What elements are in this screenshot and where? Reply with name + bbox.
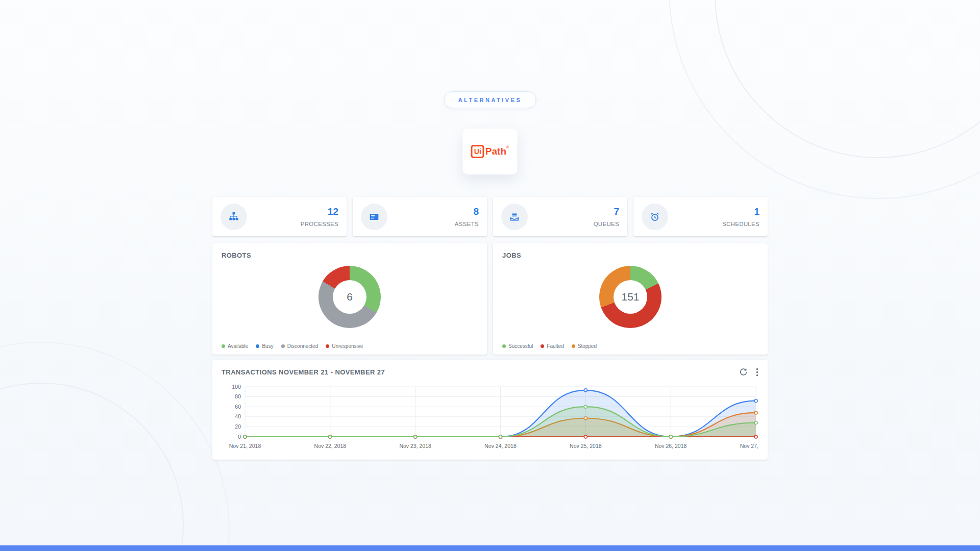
transactions-panel: TRANSACTIONS NOVEMBER 21 - NOVEMBER 27 — [212, 360, 768, 460]
stat-value: 12 — [301, 206, 338, 217]
stat-text: 8 ASSETS — [455, 206, 479, 227]
legend-dot — [541, 344, 544, 348]
stat-value: 8 — [455, 206, 479, 217]
transactions-chart-wrap: 020406080100Nov 21, 2018Nov 22, 2018Nov … — [222, 381, 758, 457]
robots-panel-title: ROBOTS — [222, 252, 478, 259]
stat-label: QUEUES — [594, 221, 619, 227]
legend-label: Faulted — [547, 343, 564, 349]
robots-legend: AvailableBusyDisconnectedUnresponsive — [222, 343, 363, 349]
legend-item-unresponsive[interactable]: Unresponsive — [326, 343, 363, 349]
legend-item-successful[interactable]: Successful — [502, 343, 533, 349]
decorative-ring — [669, 0, 980, 199]
stat-icon-circle — [501, 204, 528, 230]
stat-card-schedules[interactable]: 1 SCHEDULES — [633, 197, 768, 236]
svg-text:Nov 26, 2018: Nov 26, 2018 — [655, 443, 687, 449]
transactions-line-chart: 020406080100Nov 21, 2018Nov 22, 2018Nov … — [222, 381, 758, 455]
legend-item-busy[interactable]: Busy — [256, 343, 273, 349]
robots-donut-hole: 6 — [333, 280, 366, 314]
jobs-panel: JOBS 151 SuccessfulFaultedStopped — [493, 243, 768, 355]
stat-text: 7 QUEUES — [594, 206, 619, 227]
uipath-ui-box: Ui — [471, 145, 484, 158]
legend-label: Available — [228, 343, 248, 349]
bottom-accent-bar — [0, 545, 980, 551]
legend-label: Disconnected — [287, 343, 318, 349]
stat-card-queues[interactable]: 7 QUEUES — [493, 197, 627, 236]
alternatives-badge-label: ALTERNATIVES — [458, 97, 522, 103]
alarm-clock-icon — [650, 212, 660, 222]
stat-label: SCHEDULES — [722, 221, 760, 227]
stat-icon-circle — [642, 204, 668, 230]
legend-item-available[interactable]: Available — [222, 343, 248, 349]
svg-text:100: 100 — [232, 384, 241, 390]
transactions-header: TRANSACTIONS NOVEMBER 21 - NOVEMBER 27 — [222, 360, 758, 377]
stat-value: 7 — [594, 206, 619, 217]
svg-text:Nov 21, 2018: Nov 21, 2018 — [229, 443, 261, 449]
stat-text: 1 SCHEDULES — [722, 206, 760, 227]
svg-text:Nov 24, 2018: Nov 24, 2018 — [484, 443, 517, 449]
legend-dot — [222, 344, 225, 348]
stat-label: ASSETS — [455, 221, 479, 227]
legend-dot — [326, 344, 329, 348]
legend-item-disconnected[interactable]: Disconnected — [281, 343, 318, 349]
svg-text:Nov 23, 2018: Nov 23, 2018 — [399, 443, 431, 449]
stat-text: 12 PROCESSES — [301, 206, 338, 227]
robots-donut-chart[interactable]: 6 — [318, 266, 381, 328]
jobs-donut-chart[interactable]: 151 — [599, 266, 662, 328]
svg-text:80: 80 — [235, 393, 241, 399]
jobs-legend: SuccessfulFaultedStopped — [502, 343, 597, 349]
transactions-title: TRANSACTIONS NOVEMBER 21 - NOVEMBER 27 — [222, 368, 385, 376]
jobs-panel-title: JOBS — [502, 252, 758, 259]
dashboard-page: ALTERNATIVES Ui Path ® — [0, 0, 980, 551]
sitemap-icon — [229, 212, 239, 222]
uipath-path-text: Path — [485, 144, 506, 159]
stat-icon-circle — [361, 204, 387, 230]
robots-total: 6 — [347, 291, 353, 303]
legend-dot — [572, 344, 575, 348]
refresh-icon[interactable] — [739, 368, 748, 377]
legend-dot — [256, 344, 259, 348]
transactions-actions — [739, 368, 758, 377]
asset-card-icon — [369, 212, 379, 222]
stat-label: PROCESSES — [301, 221, 338, 227]
stats-row: 12 PROCESSES 8 ASSETS — [212, 197, 768, 236]
alternatives-badge[interactable]: ALTERNATIVES — [444, 91, 536, 108]
legend-label: Busy — [262, 343, 273, 349]
legend-label: Successful — [508, 343, 533, 349]
decorative-ring — [0, 342, 230, 551]
svg-text:Nov 25, 2018: Nov 25, 2018 — [570, 443, 602, 449]
queue-tray-icon — [509, 212, 520, 222]
stat-icon-circle — [220, 204, 247, 230]
legend-item-stopped[interactable]: Stopped — [572, 343, 597, 349]
svg-text:20: 20 — [235, 423, 241, 430]
jobs-donut-hole: 151 — [614, 280, 647, 314]
stat-value: 1 — [722, 206, 760, 217]
svg-text:Nov 27, 2018: Nov 27, 2018 — [740, 443, 758, 449]
stat-card-assets[interactable]: 8 ASSETS — [353, 197, 487, 236]
charts-row: ROBOTS 6 AvailableBusyDisconnectedUnresp… — [212, 243, 768, 355]
svg-text:Nov 22, 2018: Nov 22, 2018 — [314, 443, 347, 449]
dashboard-content: 12 PROCESSES 8 ASSETS — [212, 197, 768, 460]
registered-mark: ® — [506, 145, 509, 149]
kebab-menu-icon[interactable] — [756, 368, 758, 377]
uipath-logo: Ui Path ® — [471, 144, 509, 159]
stat-card-processes[interactable]: 12 PROCESSES — [212, 197, 347, 236]
legend-item-faulted[interactable]: Faulted — [541, 343, 564, 349]
uipath-logo-card[interactable]: Ui Path ® — [463, 129, 518, 174]
legend-dot — [502, 344, 506, 348]
svg-text:60: 60 — [235, 404, 241, 410]
svg-text:40: 40 — [235, 413, 241, 419]
legend-label: Stopped — [578, 343, 597, 349]
svg-text:0: 0 — [238, 434, 241, 440]
legend-label: Unresponsive — [332, 343, 363, 349]
legend-dot — [281, 344, 285, 348]
robots-panel: ROBOTS 6 AvailableBusyDisconnectedUnresp… — [212, 243, 487, 355]
jobs-total: 151 — [621, 291, 639, 303]
